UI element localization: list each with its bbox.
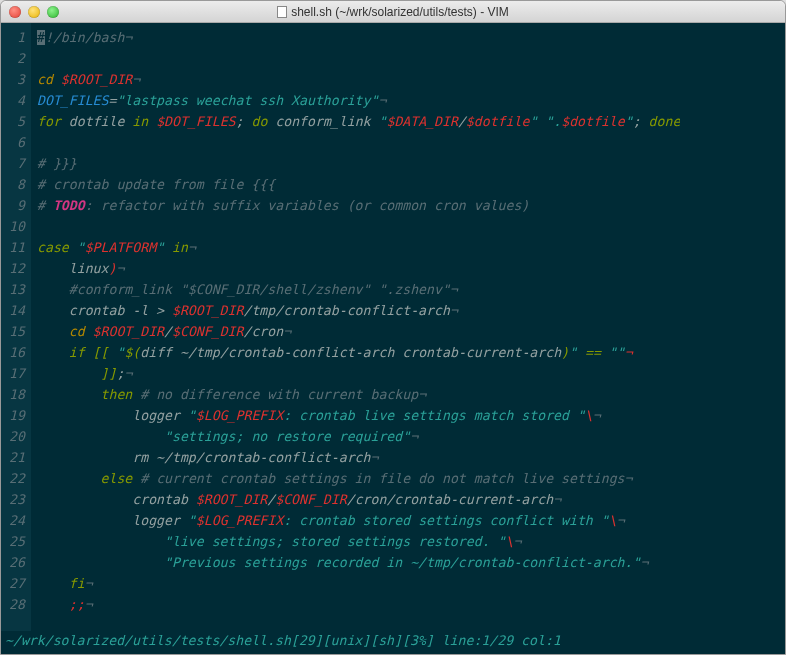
code-line[interactable] bbox=[37, 48, 680, 69]
code-area[interactable]: 1234567891011121314151617181920212223242… bbox=[1, 23, 785, 631]
code-line[interactable]: crontab -l > $ROOT_DIR/tmp/crontab-confl… bbox=[37, 300, 680, 321]
line-number: 3 bbox=[7, 69, 25, 90]
code-line[interactable]: fi¬ bbox=[37, 573, 680, 594]
line-number: 20 bbox=[7, 426, 25, 447]
code-line[interactable]: case "$PLATFORM" in¬ bbox=[37, 237, 680, 258]
line-number: 16 bbox=[7, 342, 25, 363]
code-lines[interactable]: #!/bin/bash¬ cd $ROOT_DIR¬DOT_FILES="las… bbox=[31, 23, 680, 631]
line-number: 6 bbox=[7, 132, 25, 153]
line-number-gutter: 1234567891011121314151617181920212223242… bbox=[1, 23, 31, 631]
line-number: 23 bbox=[7, 489, 25, 510]
line-number: 21 bbox=[7, 447, 25, 468]
line-number: 5 bbox=[7, 111, 25, 132]
code-line[interactable]: cd $ROOT_DIR¬ bbox=[37, 69, 680, 90]
code-line[interactable]: # crontab update from file {{{ bbox=[37, 174, 680, 195]
line-number: 1 bbox=[7, 27, 25, 48]
code-line[interactable]: logger "$LOG_PREFIX: crontab stored sett… bbox=[37, 510, 680, 531]
line-number: 19 bbox=[7, 405, 25, 426]
code-line[interactable] bbox=[37, 132, 680, 153]
line-number: 11 bbox=[7, 237, 25, 258]
code-line[interactable]: ]];¬ bbox=[37, 363, 680, 384]
line-number: 8 bbox=[7, 174, 25, 195]
code-line[interactable] bbox=[37, 216, 680, 237]
code-line[interactable]: # TODO: refactor with suffix variables (… bbox=[37, 195, 680, 216]
zoom-icon[interactable] bbox=[47, 6, 59, 18]
status-bar: ~/wrk/solarized/utils/tests/shell.sh[29]… bbox=[1, 631, 785, 654]
code-line[interactable]: crontab $ROOT_DIR/$CONF_DIR/cron/crontab… bbox=[37, 489, 680, 510]
line-number: 15 bbox=[7, 321, 25, 342]
document-icon bbox=[277, 6, 287, 18]
close-icon[interactable] bbox=[9, 6, 21, 18]
line-number: 18 bbox=[7, 384, 25, 405]
line-number: 28 bbox=[7, 594, 25, 615]
code-line[interactable]: rm ~/tmp/crontab-conflict-arch¬ bbox=[37, 447, 680, 468]
line-number: 17 bbox=[7, 363, 25, 384]
line-number: 26 bbox=[7, 552, 25, 573]
line-number: 22 bbox=[7, 468, 25, 489]
code-line[interactable]: linux)¬ bbox=[37, 258, 680, 279]
line-number: 24 bbox=[7, 510, 25, 531]
code-line[interactable]: # }}} bbox=[37, 153, 680, 174]
line-number: 25 bbox=[7, 531, 25, 552]
window-title: shell.sh (~/wrk/solarized/utils/tests) -… bbox=[1, 5, 785, 19]
code-line[interactable]: DOT_FILES="lastpass weechat ssh Xauthori… bbox=[37, 90, 680, 111]
titlebar[interactable]: shell.sh (~/wrk/solarized/utils/tests) -… bbox=[1, 1, 785, 23]
line-number: 13 bbox=[7, 279, 25, 300]
line-number: 7 bbox=[7, 153, 25, 174]
code-line[interactable]: "settings; no restore required"¬ bbox=[37, 426, 680, 447]
line-number: 9 bbox=[7, 195, 25, 216]
line-number: 12 bbox=[7, 258, 25, 279]
line-number: 2 bbox=[7, 48, 25, 69]
code-line[interactable]: logger "$LOG_PREFIX: crontab live settin… bbox=[37, 405, 680, 426]
line-number: 10 bbox=[7, 216, 25, 237]
line-number: 4 bbox=[7, 90, 25, 111]
code-line[interactable]: cd $ROOT_DIR/$CONF_DIR/cron¬ bbox=[37, 321, 680, 342]
window: shell.sh (~/wrk/solarized/utils/tests) -… bbox=[0, 0, 786, 655]
code-line[interactable]: if [[ "$(diff ~/tmp/crontab-conflict-arc… bbox=[37, 342, 680, 363]
window-title-text: shell.sh (~/wrk/solarized/utils/tests) -… bbox=[291, 5, 509, 19]
code-line[interactable]: #conform_link "$CONF_DIR/shell/zshenv" "… bbox=[37, 279, 680, 300]
code-line[interactable]: then # no difference with current backup… bbox=[37, 384, 680, 405]
code-line[interactable]: #!/bin/bash¬ bbox=[37, 27, 680, 48]
line-number: 27 bbox=[7, 573, 25, 594]
code-line[interactable]: ;;¬ bbox=[37, 594, 680, 615]
code-line[interactable]: "Previous settings recorded in ~/tmp/cro… bbox=[37, 552, 680, 573]
code-line[interactable]: for dotfile in $DOT_FILES; do conform_li… bbox=[37, 111, 680, 132]
code-line[interactable]: "live settings; stored settings restored… bbox=[37, 531, 680, 552]
minimize-icon[interactable] bbox=[28, 6, 40, 18]
code-line[interactable]: else # current crontab settings in file … bbox=[37, 468, 680, 489]
traffic-lights bbox=[1, 6, 59, 18]
line-number: 14 bbox=[7, 300, 25, 321]
editor: 1234567891011121314151617181920212223242… bbox=[1, 23, 785, 654]
